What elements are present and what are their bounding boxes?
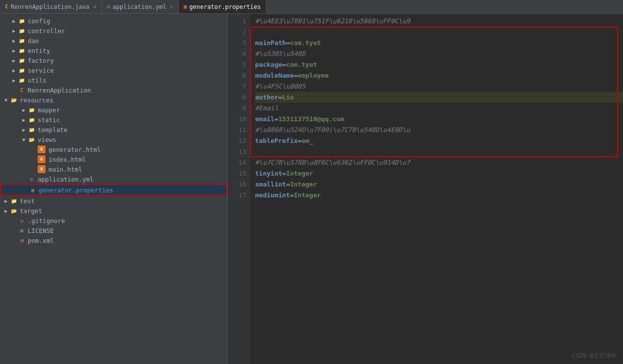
html-icon: H: [38, 145, 46, 153]
code-line-6: moduleName=employee: [255, 70, 623, 81]
code-line-14: #\u7C7B\u578B\u8F6C\u6362\uFF0C\u914D\u7: [255, 157, 623, 168]
code-line-15: tinyint=Integer: [255, 168, 623, 179]
sidebar-item-index-html[interactable]: H index.html: [0, 154, 227, 164]
java-icon: C: [5, 3, 8, 10]
item-label-views: views: [38, 136, 56, 143]
item-label-license: LICENSE: [28, 227, 54, 234]
code-line-16: smallint=Integer: [255, 179, 623, 190]
sidebar-item-renrenapp[interactable]: C RenrenApplication: [0, 85, 227, 95]
code-line-9: #Email: [255, 103, 623, 114]
sidebar-item-dao[interactable]: 📁 dao: [0, 36, 227, 46]
folder-icon: 📁: [18, 46, 26, 54]
sidebar-item-test[interactable]: 📁 test: [0, 196, 227, 206]
item-label-generator-html: generator.html: [49, 146, 101, 153]
item-label-target: target: [20, 207, 42, 215]
folder-open-icon: 📂: [10, 96, 18, 104]
sidebar-item-gitignore[interactable]: ◎ .gitignore: [0, 216, 227, 226]
code-line-1: #\u4EE3\u7801\u751F\u6210\u5668\uFF0C\u9: [255, 16, 623, 27]
arrow-static: [20, 116, 28, 124]
code-line-10: email=1531137510@qq.com: [255, 114, 623, 125]
arrow-target: [2, 207, 10, 215]
folder-icon: 📁: [18, 37, 26, 45]
folder-icon: 📂: [10, 207, 18, 215]
folder-icon: 📁: [28, 116, 36, 124]
item-label-test: test: [20, 197, 35, 205]
code-line-13: [255, 146, 623, 157]
tab-renren[interactable]: C RenrenApplication.java ✕: [0, 0, 102, 13]
sidebar-item-generator-props[interactable]: ▦ generator.properties: [0, 184, 227, 196]
item-label-generator-props: generator.properties: [39, 186, 113, 194]
html-icon: H: [38, 165, 46, 173]
tab-renren-label: RenrenApplication.java: [11, 3, 90, 10]
item-label-config: config: [28, 17, 50, 25]
item-label-application-yml: application.yml: [38, 176, 94, 183]
folder-icon: 📁: [18, 27, 26, 35]
sidebar-item-factory[interactable]: 📁 factory: [0, 55, 227, 65]
sidebar-item-generator-html[interactable]: H generator.html: [0, 144, 227, 154]
sidebar-item-service[interactable]: 📁 service: [0, 65, 227, 75]
code-line-17: mediumint=Integer: [255, 190, 623, 201]
sidebar-item-controller[interactable]: 📁 controller: [0, 26, 227, 36]
sidebar-item-pom[interactable]: m pom.xml: [0, 235, 227, 245]
tab-renren-close[interactable]: ✕: [94, 4, 97, 9]
props-file-icon: ▦: [29, 186, 37, 194]
tab-application-close[interactable]: ✕: [170, 4, 173, 9]
folder-open-icon: 📂: [28, 136, 36, 143]
arrow-controller: [10, 27, 18, 35]
arrow-views: [20, 136, 28, 143]
main-layout: 📁 config 📁 controller 📁 dao 📁 entity 📁 f…: [0, 14, 623, 364]
editor-area[interactable]: 1 2 3 4 5 6 7 8 9 10 11 12 13 14 15 16 1…: [228, 14, 623, 364]
item-label-index-html: index.html: [49, 156, 86, 163]
arrow-service: [10, 66, 18, 74]
sidebar-item-static[interactable]: 📁 static: [0, 115, 227, 125]
sidebar-item-resources[interactable]: 📂 resources: [0, 95, 227, 105]
sidebar-item-target[interactable]: 📂 target: [0, 206, 227, 216]
tab-generator[interactable]: ▦ generator.properties: [179, 0, 266, 13]
sidebar-item-mapper[interactable]: 📁 mapper: [0, 105, 227, 115]
code-line-4: #\u5305\u540D: [255, 48, 623, 59]
code-line-3: mainPath=com.tyut: [255, 38, 623, 48]
props-icon: ▦: [184, 3, 187, 10]
folder-icon: 📁: [10, 197, 18, 205]
item-label-template: template: [38, 126, 67, 134]
tab-application[interactable]: ⚙ application.yml ✕: [102, 0, 179, 13]
project-sidebar: 📁 config 📁 controller 📁 dao 📁 entity 📁 f…: [0, 14, 228, 364]
item-label-dao: dao: [28, 37, 39, 45]
tab-generator-label: generator.properties: [189, 3, 261, 10]
arrow-test: [2, 197, 10, 205]
code-line-2: [255, 27, 623, 38]
sidebar-item-license[interactable]: ▤ LICENSE: [0, 226, 227, 235]
item-label-gitignore: .gitignore: [28, 217, 65, 225]
git-icon: ◎: [18, 217, 26, 225]
arrow-config: [10, 17, 18, 25]
folder-icon: 📁: [18, 76, 26, 84]
item-label-static: static: [38, 116, 60, 124]
code-line-12: tablePrefix=em_: [255, 136, 623, 146]
folder-icon: 📁: [18, 66, 26, 74]
sidebar-item-main-html[interactable]: H main.html: [0, 164, 227, 174]
arrow-factory: [10, 56, 18, 64]
item-label-resources: resources: [20, 96, 53, 104]
sidebar-item-config[interactable]: 📁 config: [0, 16, 227, 26]
folder-icon: 📁: [18, 17, 26, 25]
sidebar-item-application-yml[interactable]: ⚙ application.yml: [0, 174, 227, 184]
item-label-pom: pom.xml: [28, 237, 54, 244]
sidebar-item-views[interactable]: 📂 views: [0, 135, 227, 144]
item-label-renrenapp: RenrenApplication: [28, 87, 91, 94]
tab-application-label: application.yml: [112, 3, 166, 10]
folder-icon: 📁: [28, 106, 36, 114]
folder-icon: 📁: [18, 56, 26, 64]
yml-icon: ⚙: [107, 3, 110, 10]
arrow-mapper: [20, 106, 28, 114]
sidebar-item-template[interactable]: 📁 template: [0, 125, 227, 135]
tab-bar: C RenrenApplication.java ✕ ⚙ application…: [0, 0, 623, 14]
code-line-5: package=com.tyut: [255, 59, 623, 70]
html-icon: H: [38, 155, 46, 163]
arrow-utils: [10, 76, 18, 84]
item-label-controller: controller: [28, 27, 65, 35]
sidebar-item-utils[interactable]: 📁 utils: [0, 75, 227, 85]
code-area: 1 2 3 4 5 6 7 8 9 10 11 12 13 14 15 16 1…: [228, 14, 623, 364]
code-lines: #\u4EE3\u7801\u751F\u6210\u5668\uFF0C\u9…: [250, 14, 623, 364]
sidebar-item-entity[interactable]: 📁 entity: [0, 46, 227, 55]
code-line-11: #\u8868\u524D\u7F00(\u7C7B\u540D\u4E0D\u: [255, 125, 623, 136]
